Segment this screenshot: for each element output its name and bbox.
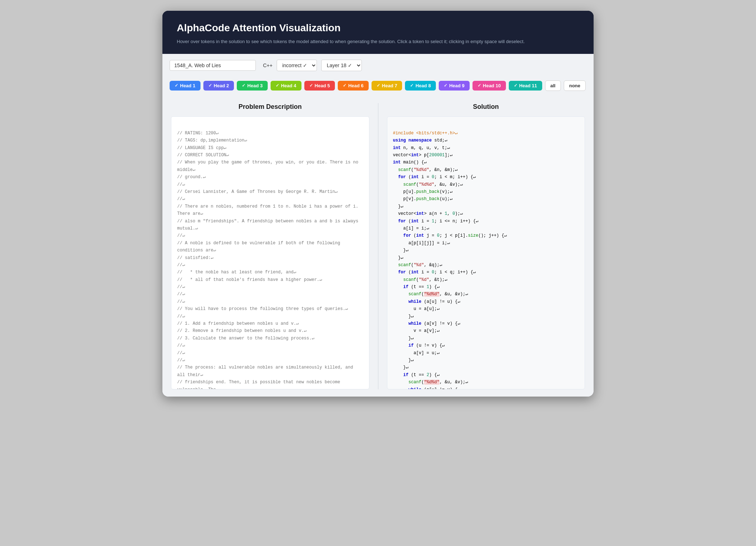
head-6-button[interactable]: ✓ Head 6: [338, 81, 369, 91]
problem-input[interactable]: [170, 60, 256, 71]
head-8-button[interactable]: ✓ Head 8: [405, 81, 436, 91]
app-subtitle: Hover over tokens in the solution to see…: [177, 38, 579, 45]
app-title: AlphaCode Attention Visualization: [177, 22, 579, 34]
language-label: C++: [263, 63, 272, 68]
solution-panel: Solution #include <bits/stdc++.h>↵ using…: [378, 96, 594, 397]
head-10-button[interactable]: ✓ Head 10: [472, 81, 506, 91]
head-9-button[interactable]: ✓ Head 9: [439, 81, 470, 91]
head-7-button[interactable]: ✓ Head 7: [372, 81, 402, 91]
layer-select[interactable]: Layer 18 ✓ Layer 1: [321, 60, 362, 71]
solution-code-area[interactable]: #include <bits/stdc++.h>↵ using namespac…: [387, 116, 585, 389]
problem-code-area[interactable]: // RATING: 1200↵ // TAGS: dp,implementat…: [171, 116, 369, 389]
main-content: Problem Description // RATING: 1200↵ // …: [162, 96, 594, 397]
header: AlphaCode Attention Visualization Hover …: [162, 11, 594, 54]
head-2-button[interactable]: ✓ Head 2: [203, 81, 234, 91]
problem-panel: Problem Description // RATING: 1200↵ // …: [162, 96, 378, 397]
head-3-button[interactable]: ✓ Head 3: [237, 81, 268, 91]
solution-title: Solution: [387, 103, 585, 111]
all-button[interactable]: all: [545, 80, 561, 91]
app-container: AlphaCode Attention Visualization Hover …: [162, 11, 594, 397]
none-button[interactable]: none: [564, 80, 586, 91]
controls-bar: C++ incorrect ✓ correct Layer 18 ✓ Layer…: [162, 54, 594, 77]
head-11-button[interactable]: ✓ Head 11: [509, 81, 542, 91]
head-1-button[interactable]: ✓ Head 1: [170, 81, 200, 91]
status-select[interactable]: incorrect ✓ correct: [277, 60, 317, 71]
heads-bar: ✓ Head 1 ✓ Head 2 ✓ Head 3 ✓ Head 4 ✓ He…: [162, 77, 594, 96]
problem-title: Problem Description: [171, 103, 369, 111]
head-4-button[interactable]: ✓ Head 4: [271, 81, 301, 91]
head-5-button[interactable]: ✓ Head 5: [304, 81, 335, 91]
